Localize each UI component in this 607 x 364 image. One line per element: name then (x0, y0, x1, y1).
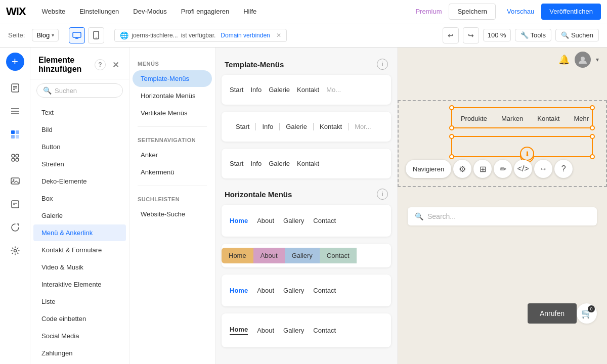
close-panel-button[interactable]: ✕ (110, 59, 121, 70)
nav-hilfe[interactable]: Hilfe (236, 0, 264, 23)
speichern-button[interactable]: Speichern (449, 4, 496, 20)
desktop-view-button[interactable] (69, 27, 85, 43)
horizontal-menus-info-icon[interactable]: i (377, 189, 388, 200)
elements-item-code[interactable]: Code einbetten (33, 310, 126, 327)
settings-icon-button[interactable] (5, 241, 25, 261)
hm-about: About (257, 217, 274, 224)
elements-item-kontakt[interactable]: Kontakt & Formulare (33, 242, 126, 258)
layout-toolbar-icon[interactable]: ⊞ (473, 160, 492, 178)
elements-item-social[interactable]: Social Media (33, 328, 126, 344)
template-menus-info-icon[interactable]: i (377, 59, 388, 70)
media-icon-button[interactable] (5, 171, 25, 191)
undo-button[interactable]: ↩ (443, 27, 459, 43)
domain-close-icon[interactable]: ✕ (276, 32, 281, 39)
page-selector[interactable]: Blog ▾ (32, 29, 59, 41)
hm-row-1: Home About Gallery Contact (230, 213, 383, 229)
elements-icon-button[interactable] (5, 124, 25, 145)
search-icon: 🔍 (43, 86, 52, 95)
domain-connect-button[interactable]: Domain verbinden (221, 32, 270, 39)
submenu-horizontale-menus[interactable]: Horizontale Menüs (133, 87, 212, 104)
submenu-vertikale-menus[interactable]: Vertikale Menüs (133, 105, 212, 121)
submenu-template-menus[interactable]: Template-Menüs (133, 70, 212, 87)
pages-icon-button[interactable] (5, 78, 25, 98)
submenu-divider-1 (138, 126, 207, 127)
elements-item-galerie[interactable]: Galerie (33, 207, 126, 224)
search-placeholder: Suchen (55, 87, 77, 95)
menu-card-2[interactable]: Start Info Galerie Kontakt Mor... (222, 112, 391, 142)
hm-colored-about: About (253, 248, 285, 263)
interactions-icon-button[interactable] (5, 217, 25, 238)
mobile-view-button[interactable] (88, 27, 104, 43)
hm-card-1[interactable]: Home About Gallery Contact (222, 205, 391, 237)
nav-vorschau[interactable]: Vorschau (500, 0, 541, 23)
resize-toolbar-icon[interactable]: ↔ (534, 160, 552, 178)
nav-website[interactable]: Website (35, 0, 73, 23)
blog-icon-button[interactable] (5, 194, 25, 214)
nav-profi[interactable]: Profi engagieren (174, 0, 236, 23)
selection-handle-tr (590, 105, 595, 110)
zoom-indicator[interactable]: 100 % (483, 29, 511, 41)
apps-icon-button[interactable] (5, 148, 25, 168)
canvas-cta-button[interactable]: Anrufen (528, 303, 577, 324)
add-element-button[interactable]: + (6, 53, 24, 71)
elements-item-deko[interactable]: Deko-Elemente (33, 173, 126, 190)
hm-gallery-3: Gallery (283, 287, 304, 294)
elements-item-text[interactable]: Text (33, 104, 126, 121)
menu-card-1[interactable]: Start Info Galerie Kontakt Mo... (222, 75, 391, 105)
download-handle-2[interactable]: ⬇ (520, 147, 534, 161)
hm-card-4[interactable]: Home About Gallery Contact (222, 313, 391, 347)
elements-header: Elemente hinzufügen ? ✕ (30, 48, 129, 79)
canvas-nav-preview: ⬇ Produkte Marken Kontakt Mehr (398, 103, 607, 133)
menu-item-galerie-3: Galerie (269, 160, 290, 167)
elements-item-video[interactable]: Video & Musik (33, 259, 126, 276)
chevron-down-icon[interactable]: ▾ (596, 56, 599, 63)
hm-card-2[interactable]: Home About Gallery Contact (222, 244, 391, 267)
svg-rect-0 (73, 32, 81, 37)
submenu-ankermenu[interactable]: Ankermenü (133, 164, 212, 180)
layers-icon-button[interactable] (5, 101, 25, 121)
elements-item-box[interactable]: Box (33, 190, 126, 207)
elements-item-cms[interactable]: CMS (33, 362, 126, 364)
submenu-anker[interactable]: Anker (133, 147, 212, 163)
elements-item-liste[interactable]: Liste (33, 293, 126, 310)
suchen-button[interactable]: 🔍 Suchen (555, 29, 599, 41)
canvas-search-box[interactable]: 🔍 Search... (408, 207, 597, 225)
redo-button[interactable]: ↪ (463, 27, 479, 43)
domain-bar: 🌐 joerns-tischlere... ist verfügbar. Dom… (114, 29, 286, 42)
settings-toolbar-icon[interactable]: ⚙ (453, 160, 471, 178)
user-avatar[interactable] (575, 52, 591, 68)
nav-dev-modus[interactable]: Dev-Modus (126, 0, 174, 23)
svg-point-19 (16, 158, 19, 161)
hm-card-3[interactable]: Home About Gallery Contact (222, 275, 391, 306)
menu-preview-row-3: Start Info Galerie Kontakt (230, 157, 383, 170)
help-toolbar-icon[interactable]: ? (554, 160, 573, 178)
edit-toolbar-icon[interactable]: ✏ (494, 160, 512, 178)
svg-point-26 (581, 57, 585, 61)
elements-item-button[interactable]: Button (33, 139, 126, 155)
menu-card-3[interactable]: Start Info Galerie Kontakt (222, 149, 391, 178)
notification-icon[interactable]: 🔔 (558, 54, 570, 65)
second-bar: Seite: Blog ▾ 🌐 joerns-tischlere... ist … (0, 23, 607, 48)
elements-item-bild[interactable]: Bild (33, 121, 126, 138)
veroeffentlichen-button[interactable]: Veröffentlichen (541, 4, 601, 20)
cart-badge[interactable]: 🛒 0 (577, 303, 597, 324)
submenu-section-menus: MENÜS (129, 56, 215, 70)
svg-point-16 (12, 154, 15, 157)
search-icon: 🔍 (561, 31, 569, 39)
code-toolbar-icon[interactable]: </> (514, 160, 532, 178)
help-icon[interactable]: ? (95, 59, 106, 70)
elements-item-streifen[interactable]: Streifen (33, 156, 126, 172)
submenu-website-suche[interactable]: Website-Suche (133, 206, 212, 222)
elements-item-interaktiv[interactable]: Interaktive Elemente (33, 276, 126, 293)
nav-einstellungen[interactable]: Einstellungen (72, 0, 126, 23)
elements-item-zahlungen[interactable]: Zahlungen (33, 345, 126, 361)
seite-label: Seite: (8, 31, 25, 39)
tools-button[interactable]: 🔧 Tools (515, 29, 551, 41)
selection-handle-br (590, 125, 595, 130)
elements-search[interactable]: 🔍 Suchen (36, 83, 123, 98)
nav-premium[interactable]: Premium (408, 0, 449, 23)
elements-item-menu[interactable]: Menü & Ankerlink (33, 224, 126, 241)
navigate-button[interactable]: Navigieren (406, 160, 451, 178)
hm-home: Home (230, 217, 248, 224)
hm-row-colored: Home About Gallery Contact (222, 248, 391, 263)
